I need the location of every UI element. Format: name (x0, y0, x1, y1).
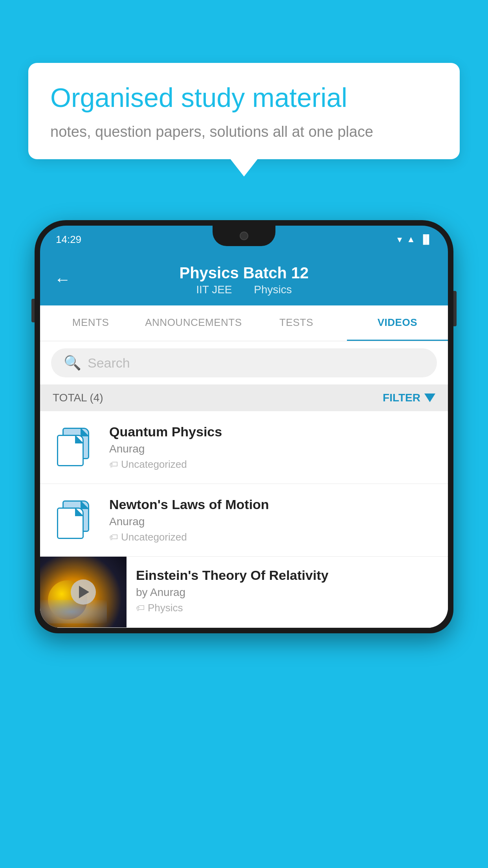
search-bar[interactable]: 🔍 Search (51, 348, 437, 377)
battery-icon: ▐▌ (420, 234, 432, 245)
file-icon-group (57, 428, 92, 467)
header-subtitle: IIT JEE Physics (191, 283, 297, 296)
glow-decoration (40, 600, 107, 623)
file-icon-group (57, 500, 92, 540)
phone-notch (213, 226, 275, 246)
total-count-label: TOTAL (4) (53, 392, 103, 404)
tag-iit-jee: IIT JEE (196, 283, 232, 296)
camera (240, 232, 248, 240)
video-tag: 🏷 Physics (136, 602, 438, 614)
tab-videos[interactable]: VIDEOS (347, 305, 448, 341)
search-input[interactable]: Search (88, 355, 130, 371)
tag-icon: 🏷 (109, 460, 118, 470)
file-icon-front (57, 508, 84, 539)
tab-tests[interactable]: TESTS (246, 305, 347, 341)
tabs-bar: MENTS ANNOUNCEMENTS TESTS VIDEOS (40, 305, 448, 341)
tag-icon: 🏷 (109, 532, 118, 542)
power-button (453, 291, 457, 326)
video-title: Newton's Laws of Motion (109, 497, 437, 512)
phone-mockup: 14:29 ▾ ▲ ▐▌ ← Physics Batch 12 IIT JEE … (35, 220, 453, 868)
tab-announcements[interactable]: ANNOUNCEMENTS (141, 305, 246, 341)
back-button[interactable]: ← (54, 270, 71, 289)
video-info: Einstein's Theory Of Relativity by Anura… (127, 557, 448, 625)
video-info: Quantum Physics Anurag 🏷 Uncategorized (109, 424, 437, 471)
status-bar: 14:29 ▾ ▲ ▐▌ (40, 226, 448, 253)
tag-label: Uncategorized (121, 531, 187, 543)
list-item[interactable]: Newton's Laws of Motion Anurag 🏷 Uncateg… (40, 484, 448, 557)
video-author: Anurag (109, 515, 437, 528)
wifi-icon: ▾ (397, 234, 402, 245)
tag-label: Physics (148, 602, 183, 614)
app-header: ← Physics Batch 12 IIT JEE Physics (40, 253, 448, 305)
video-author: by Anurag (136, 586, 438, 599)
video-tag: 🏷 Uncategorized (109, 531, 437, 543)
video-author: Anurag (109, 443, 437, 455)
volume-button (31, 299, 35, 322)
tag-label: Uncategorized (121, 458, 187, 471)
list-item[interactable]: Quantum Physics Anurag 🏷 Uncategorized (40, 411, 448, 484)
search-bar-wrapper: 🔍 Search (40, 341, 448, 384)
video-file-icon (51, 424, 98, 471)
video-title: Einstein's Theory Of Relativity (136, 568, 438, 583)
header-title: Physics Batch 12 (179, 264, 308, 282)
video-list: Quantum Physics Anurag 🏷 Uncategorized (40, 411, 448, 628)
bubble-subtitle: notes, question papers, solutions all at… (50, 123, 438, 140)
video-info: Newton's Laws of Motion Anurag 🏷 Uncateg… (109, 497, 437, 543)
video-thumbnail-image (40, 557, 127, 627)
video-file-icon (51, 497, 98, 544)
filter-button[interactable]: FILTER (383, 392, 435, 404)
video-title: Quantum Physics (109, 424, 437, 440)
filter-icon (424, 394, 435, 402)
list-item[interactable]: Einstein's Theory Of Relativity by Anura… (40, 557, 448, 628)
speech-bubble-card: Organised study material notes, question… (28, 63, 460, 159)
phone-screen: ← Physics Batch 12 IIT JEE Physics MENTS… (40, 253, 448, 628)
play-icon (79, 586, 89, 598)
bubble-title: Organised study material (50, 82, 438, 114)
tag-physics: Physics (254, 283, 292, 296)
filter-bar: TOTAL (4) FILTER (40, 384, 448, 411)
file-icon-front (57, 435, 84, 466)
tag-icon: 🏷 (136, 603, 145, 613)
filter-label: FILTER (383, 392, 420, 404)
tab-ments[interactable]: MENTS (40, 305, 141, 341)
signal-icon: ▲ (407, 234, 415, 245)
status-icons: ▾ ▲ ▐▌ (397, 234, 432, 245)
search-icon: 🔍 (64, 355, 81, 371)
video-tag: 🏷 Uncategorized (109, 458, 437, 471)
status-time: 14:29 (56, 234, 81, 246)
play-button-overlay[interactable] (71, 579, 96, 605)
